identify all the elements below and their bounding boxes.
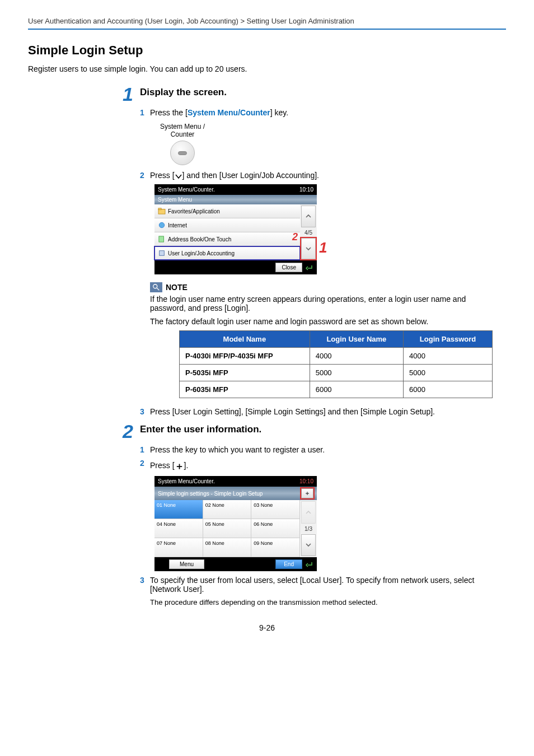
step2-3-text: To specify the user from local users, se…: [150, 576, 506, 594]
step2-3-tail: The procedure differs depending on the t…: [150, 598, 478, 606]
close-button[interactable]: Close: [275, 263, 302, 272]
page-number: 9-26: [28, 623, 506, 632]
table-row: P-6035i MFP60006000: [180, 381, 493, 398]
table-row: P-5035i MFP50005000: [180, 365, 493, 381]
step1-title: Display the screen.: [140, 87, 227, 98]
system-menu-counter-link: System Menu/Counter: [188, 108, 270, 117]
page-title: Simple Login Setup: [28, 43, 506, 58]
slot-05[interactable]: 05 None: [203, 519, 251, 538]
plus-icon: ＋: [175, 461, 184, 472]
step2-1-text: Press the key to which you want to regis…: [150, 445, 506, 454]
intro-text: Register users to use simple login. You …: [28, 64, 506, 73]
step1-number: 1: [111, 85, 133, 104]
step1-2-text: Press [] and then [User Login/Job Accoun…: [150, 171, 506, 180]
hardware-key-illustration: System Menu / Counter: [154, 123, 210, 165]
enter-icon: [305, 264, 313, 272]
step2-number: 2: [111, 422, 133, 441]
menu-item-address-book[interactable]: Address Book/One Touch2: [154, 232, 300, 246]
scroll-down-button[interactable]: [301, 534, 316, 557]
menu-item-user-login-job-accounting[interactable]: User Login/Job Accounting: [154, 246, 300, 260]
breadcrumb: User Authentication and Accounting (User…: [28, 17, 506, 30]
slot-09[interactable]: 09 None: [251, 538, 299, 557]
step1-3-num: 3: [140, 407, 150, 416]
svg-point-2: [159, 222, 164, 227]
note-label: NOTE: [166, 283, 188, 292]
step2-3-num: 3: [140, 576, 150, 585]
step2-2-num: 2: [140, 459, 150, 468]
note-icon: [150, 282, 162, 292]
callout-1: 1: [319, 239, 327, 256]
slot-01[interactable]: 01 None: [154, 500, 203, 519]
chevron-down-icon: [175, 173, 182, 180]
callout-2: 2: [292, 231, 298, 243]
menu-button[interactable]: Menu: [169, 559, 204, 569]
svg-rect-4: [160, 251, 165, 256]
slot-03[interactable]: 03 None: [251, 500, 299, 519]
step2-title: Enter the user information.: [140, 424, 261, 435]
enter-icon: [305, 561, 313, 568]
end-button[interactable]: End: [275, 559, 302, 569]
slot-02[interactable]: 02 None: [203, 500, 251, 519]
slot-07[interactable]: 07 None: [154, 538, 203, 557]
step1-2-num: 2: [140, 171, 150, 180]
panel-system-menu: System Menu/Counter.10:10 System Menu Fa…: [154, 184, 317, 274]
svg-rect-3: [159, 236, 164, 242]
svg-point-5: [153, 284, 157, 288]
add-user-button[interactable]: ＋: [301, 488, 313, 498]
scroll-up-button[interactable]: [301, 206, 316, 227]
step1-1-text: Press the [System Menu/Counter] key.: [150, 108, 506, 117]
system-menu-counter-button: [170, 141, 195, 165]
panel-simple-login-setup: System Menu/Counter.10:10 Simple login s…: [154, 476, 317, 571]
scroll-up-button[interactable]: [301, 501, 316, 524]
note-text-2: The factory default login user name and …: [150, 317, 478, 326]
svg-rect-1: [158, 208, 161, 210]
note-text-1: If the login user name entry screen appe…: [150, 295, 478, 312]
svg-rect-0: [158, 209, 165, 214]
scroll-down-button[interactable]: [301, 238, 316, 260]
slot-06[interactable]: 06 None: [251, 519, 299, 538]
step2-2-text: Press [＋].: [150, 459, 506, 472]
menu-item-favorites[interactable]: Favorites/Application: [154, 204, 300, 218]
credentials-table: Model Name Login User Name Login Passwor…: [179, 330, 493, 398]
step2-1-num: 1: [140, 445, 150, 454]
slot-04[interactable]: 04 None: [154, 519, 203, 538]
step1-1-num: 1: [140, 108, 150, 117]
menu-item-internet[interactable]: Internet: [154, 218, 300, 232]
table-row: P-4030i MFP/P-4035i MFP40004000: [180, 348, 493, 365]
step1-3-text: Press [User Login Setting], [Simple Logi…: [150, 407, 506, 416]
page-indicator: 4/5: [300, 228, 317, 237]
svg-line-6: [157, 288, 159, 290]
page-indicator: 1/3: [300, 525, 317, 533]
slot-08[interactable]: 08 None: [203, 538, 251, 557]
